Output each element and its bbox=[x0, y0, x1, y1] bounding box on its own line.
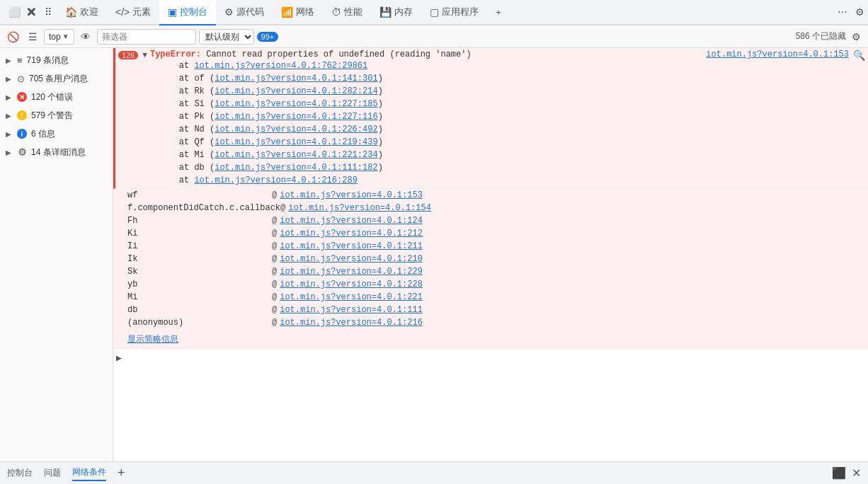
sidebar-item-all[interactable]: ▶ ≡ 719 条消息 bbox=[0, 51, 113, 69]
tab-console[interactable]: ▣ 控制台 bbox=[159, 0, 216, 25]
stack-link-7[interactable]: iot.min.js?version=4.0.1:221:234 bbox=[215, 150, 377, 160]
call-link-9[interactable]: iot.min.js?version=4.0.1:111 bbox=[280, 305, 423, 315]
tab-more[interactable]: + bbox=[487, 0, 510, 25]
tab-network-icon: 📶 bbox=[281, 6, 293, 18]
error-message: TypeError: Cannot read properties of und… bbox=[150, 50, 472, 59]
context-selector[interactable]: top ▼ bbox=[44, 29, 74, 45]
console-output: 126 ▼ TypeError: Cannot read properties … bbox=[113, 48, 868, 461]
tab-console-icon: ▣ bbox=[168, 6, 177, 18]
tab-performance[interactable]: ⏱ 性能 bbox=[323, 0, 371, 25]
tab-elements[interactable]: </> 元素 bbox=[107, 0, 159, 25]
stack-link-2[interactable]: iot.min.js?version=4.0.1:282:214 bbox=[215, 86, 377, 96]
dock-bottom-icon[interactable]: ⬛ bbox=[832, 466, 846, 480]
error-type: TypeError: bbox=[150, 50, 206, 59]
main-area: ▶ ≡ 719 条消息 ▶ ⊙ 705 条用户消息 ▶ ✕ 120 个错误 ▶ … bbox=[0, 48, 868, 461]
stack-line-0: at iot.min.js?version=4.0.1:762:29861 bbox=[150, 59, 706, 72]
tab-performance-label: 性能 bbox=[344, 6, 362, 18]
tab-memory[interactable]: 💾 内存 bbox=[371, 0, 421, 25]
call-link-5[interactable]: iot.min.js?version=4.0.1:210 bbox=[280, 254, 423, 264]
user-messages-icon: ⊙ bbox=[17, 74, 25, 84]
sidebar-item-verbose[interactable]: ▶ ⚙ 14 条详细消息 bbox=[0, 143, 113, 161]
stack-line-9: at iot.min.js?version=4.0.1:216:289 bbox=[150, 174, 706, 187]
stack-link-3[interactable]: iot.min.js?version=4.0.1:227:185 bbox=[215, 99, 377, 109]
call-link-7[interactable]: iot.min.js?version=4.0.1:228 bbox=[280, 280, 423, 289]
expand-icon-all: ▶ bbox=[6, 57, 13, 64]
call-link-1[interactable]: iot.min.js?version=4.0.1:154 bbox=[288, 203, 431, 213]
warning-icon: ! bbox=[17, 110, 27, 120]
expand-icon-user: ▶ bbox=[6, 75, 13, 83]
new-tab-icon[interactable]: ⬜ bbox=[6, 4, 23, 21]
errors-label: 120 个错误 bbox=[31, 91, 73, 103]
call-row-9: db @ iot.min.js?version=4.0.1:111 bbox=[113, 304, 868, 316]
console-toolbar: 🚫 ☰ top ▼ 👁 默认级别 99+ 586 个已隐藏 ⚙ bbox=[0, 25, 868, 48]
func-name-3: Ki bbox=[116, 229, 272, 238]
sidebar-item-user[interactable]: ▶ ⊙ 705 条用户消息 bbox=[0, 69, 113, 88]
stack-link-8[interactable]: iot.min.js?version=4.0.1:111:182 bbox=[215, 163, 377, 173]
at-sign-9: @ bbox=[272, 305, 277, 315]
call-link-0[interactable]: iot.min.js?version=4.0.1:153 bbox=[280, 190, 423, 200]
filter-input[interactable] bbox=[97, 29, 196, 45]
stack-line-8: at db (iot.min.js?version=4.0.1:111:182) bbox=[150, 161, 706, 174]
call-link-3[interactable]: iot.min.js?version=4.0.1:212 bbox=[280, 229, 423, 238]
main-file-link[interactable]: iot.min.js?version=4.0.1:153 bbox=[706, 50, 849, 59]
tab-memory-label: 内存 bbox=[394, 6, 413, 18]
stack-line-1: at of (iot.min.js?version=4.0.1:141:301) bbox=[150, 72, 706, 85]
close-devtools-icon[interactable]: ✕ bbox=[852, 466, 861, 480]
eye-icon[interactable]: 👁 bbox=[77, 28, 94, 45]
stack-line-7: at Mi (iot.min.js?version=4.0.1:221:234) bbox=[150, 149, 706, 161]
func-name-2: Fh bbox=[116, 216, 272, 226]
call-link-4[interactable]: iot.min.js?version=4.0.1:211 bbox=[280, 241, 423, 251]
sidebar-item-warnings[interactable]: ▶ ! 579 个警告 bbox=[0, 106, 113, 125]
call-row-4: Ii @ iot.min.js?version=4.0.1:211 bbox=[113, 240, 868, 253]
close-drawer-icon[interactable]: 🗙 bbox=[23, 4, 40, 21]
stack-link-5[interactable]: iot.min.js?version=4.0.1:226:492 bbox=[215, 125, 377, 134]
call-link-6[interactable]: iot.min.js?version=4.0.1:229 bbox=[280, 267, 423, 277]
call-link-8[interactable]: iot.min.js?version=4.0.1:221 bbox=[280, 292, 423, 302]
stack-line-6: at Qf (iot.min.js?version=4.0.1:219:439) bbox=[150, 136, 706, 149]
context-arrow-icon: ▼ bbox=[62, 33, 69, 40]
bottom-tab-console[interactable]: 控制台 bbox=[7, 466, 33, 480]
devtools-settings-icon[interactable]: ⚙ bbox=[851, 4, 868, 21]
bottom-tab-issues[interactable]: 问题 bbox=[44, 466, 61, 480]
at-sign-3: @ bbox=[272, 229, 277, 238]
call-link-10[interactable]: iot.min.js?version=4.0.1:216 bbox=[280, 318, 423, 328]
context-value: top bbox=[49, 32, 61, 42]
log-level-select[interactable]: 默认级别 bbox=[199, 29, 254, 45]
sidebar-item-errors[interactable]: ▶ ✕ 120 个错误 bbox=[0, 88, 113, 106]
devtools-more-icon[interactable]: ⋯ bbox=[834, 4, 851, 21]
at-sign-1: @ bbox=[280, 203, 285, 213]
all-messages-label: 719 条消息 bbox=[27, 54, 69, 67]
call-row-6: Sk @ iot.min.js?version=4.0.1:229 bbox=[113, 265, 868, 278]
magnify-icon[interactable]: 🔍 bbox=[853, 50, 865, 62]
more-tools-icon[interactable]: ⠿ bbox=[40, 4, 57, 21]
tab-sources[interactable]: ⚙ 源代码 bbox=[216, 0, 273, 25]
stack-link-9[interactable]: iot.min.js?version=4.0.1:216:289 bbox=[194, 175, 357, 185]
add-tab-button[interactable]: + bbox=[118, 466, 125, 480]
tab-welcome[interactable]: 🏠 欢迎 bbox=[57, 0, 107, 25]
issue-badge: 99+ bbox=[257, 32, 279, 42]
info-label: 6 信息 bbox=[31, 128, 55, 140]
prompt-icon: ▶ bbox=[116, 352, 122, 364]
bottom-bar: 控制台 问题 网络条件 + ⬛ ✕ bbox=[0, 461, 868, 484]
tab-more-icon: + bbox=[496, 7, 501, 18]
settings-gear-icon[interactable]: ⚙ bbox=[849, 30, 864, 44]
show-more-link[interactable]: 显示简略信息 bbox=[116, 333, 865, 345]
stack-link-1[interactable]: iot.min.js?version=4.0.1:141:301 bbox=[215, 74, 377, 83]
tab-sources-icon: ⚙ bbox=[224, 6, 234, 18]
at-sign-4: @ bbox=[272, 241, 277, 251]
sidebar-item-info[interactable]: ▶ i 6 信息 bbox=[0, 125, 113, 143]
error-expand-icon[interactable]: ▼ bbox=[142, 51, 147, 59]
call-link-2[interactable]: iot.min.js?version=4.0.1:124 bbox=[280, 216, 423, 226]
stack-link-4[interactable]: iot.min.js?version=4.0.1:227:116 bbox=[215, 112, 377, 122]
console-sidebar: ▶ ≡ 719 条消息 ▶ ⊙ 705 条用户消息 ▶ ✕ 120 个错误 ▶ … bbox=[0, 48, 113, 461]
at-sign-2: @ bbox=[272, 216, 277, 226]
clear-console-icon[interactable]: 🚫 bbox=[4, 28, 21, 45]
stack-link-0[interactable]: iot.min.js?version=4.0.1:762:29861 bbox=[194, 61, 367, 71]
bottom-tab-network-conditions[interactable]: 网络条件 bbox=[72, 465, 106, 481]
tab-application[interactable]: ▢ 应用程序 bbox=[421, 0, 487, 25]
stack-link-6[interactable]: iot.min.js?version=4.0.1:219:439 bbox=[215, 137, 377, 147]
error-content: TypeError: Cannot read properties of und… bbox=[150, 50, 706, 187]
tab-network[interactable]: 📶 网络 bbox=[273, 0, 323, 25]
filter-toggle-icon[interactable]: ☰ bbox=[24, 28, 41, 45]
error-entry: 126 ▼ TypeError: Cannot read properties … bbox=[113, 48, 868, 189]
